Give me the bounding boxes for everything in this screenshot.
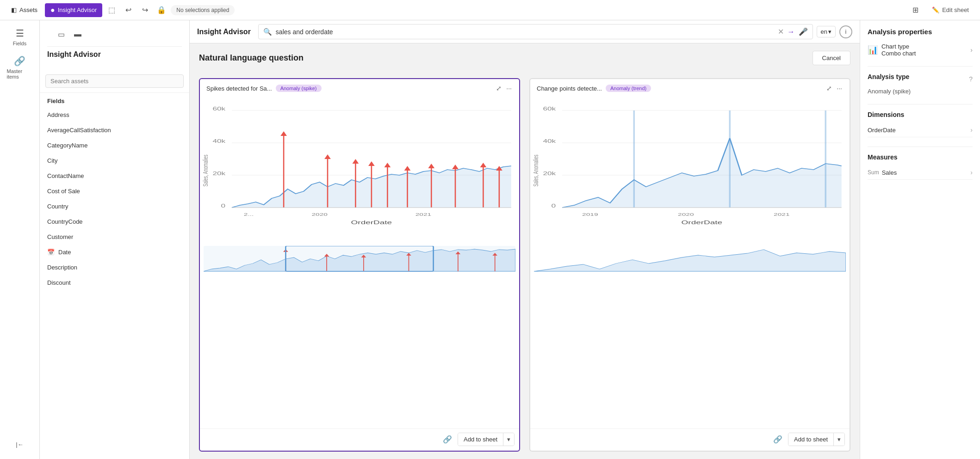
measure-arrow-icon[interactable]: ›: [970, 169, 973, 176]
search-assets-input[interactable]: [45, 74, 184, 88]
app-header: Insight Advisor 🔍 ✕ → 🎤 en ▾ i: [190, 20, 860, 43]
field-item-contactname[interactable]: ContactName: [40, 168, 189, 184]
svg-marker-26: [428, 164, 434, 168]
icon-sidebar: ☰ Fields 🔗 Master items |←: [0, 20, 40, 459]
add-to-sheet-btn-1[interactable]: Add to sheet ▾: [458, 433, 515, 446]
field-item-countrycode[interactable]: CountryCode: [40, 214, 189, 229]
field-item-date[interactable]: 📅Date: [40, 245, 189, 260]
grid-icon[interactable]: ⊞: [908, 3, 923, 18]
help-icon[interactable]: ?: [969, 75, 973, 83]
chart-2-body: 60k 40k 20k 0 Sales, Anomalies 2019 2020…: [530, 93, 850, 428]
edit-sheet-label: Edit sheet: [942, 6, 969, 13]
svg-marker-68: [534, 250, 846, 271]
field-item-cost-of-sale[interactable]: Cost of Sale: [40, 184, 189, 199]
left-panel-title: Insight Advisor: [47, 50, 182, 59]
add-to-sheet-btn-2[interactable]: Add to sheet ▾: [788, 433, 845, 446]
field-item-address[interactable]: Address: [40, 107, 189, 122]
add-to-sheet-caret-1[interactable]: ▾: [503, 433, 514, 446]
chart-card-2[interactable]: Change points detecte... Anomaly (trend)…: [529, 78, 850, 452]
panel-toggle-2[interactable]: ▬: [71, 28, 84, 41]
chart-1-actions: ⤢ ···: [495, 84, 513, 93]
collapse-sidebar-btn[interactable]: |←: [12, 437, 27, 452]
chart-1-body: 60k 40k 20k 0 Sales, Anomalies 2... 2: [200, 93, 519, 428]
search-arrow-icon[interactable]: →: [788, 28, 795, 36]
sidebar-item-fields[interactable]: ☰ Fields: [1, 24, 38, 50]
field-item-customer[interactable]: Customer: [40, 229, 189, 245]
panel-toggle-1[interactable]: ▭: [55, 28, 68, 41]
rp-divider-2: [868, 104, 973, 104]
chart-type-chevron-icon[interactable]: ›: [970, 46, 973, 54]
field-label: Customer: [47, 233, 73, 240]
chart-card-1[interactable]: Spikes detected for Sa... Anomaly (spike…: [199, 78, 520, 452]
sidebar-item-master-items[interactable]: 🔗 Master items: [1, 52, 38, 83]
measures-heading: Measures: [868, 153, 973, 161]
add-to-sheet-caret-2[interactable]: ▾: [834, 433, 844, 446]
clear-search-icon[interactable]: ✕: [778, 27, 784, 36]
svg-text:40k: 40k: [212, 139, 226, 144]
chart-2-actions: ⤢ ···: [825, 84, 843, 93]
forward-btn[interactable]: ↪: [137, 3, 152, 18]
rp-chart-type-header: 📊 Chart type Combo chart ›: [868, 43, 973, 57]
more-options-2-icon[interactable]: ···: [836, 84, 843, 93]
add-to-sheet-label-1[interactable]: Add to sheet: [458, 433, 503, 446]
link-icon[interactable]: 🔗: [441, 433, 454, 446]
rp-dimension-row: OrderDate ›: [868, 123, 973, 137]
svg-marker-18: [352, 159, 359, 164]
expand-2-icon[interactable]: ⤢: [825, 84, 833, 93]
field-item-discount[interactable]: Discount: [40, 275, 189, 290]
main-layout: ☰ Fields 🔗 Master items |← ▭ ▬ Insight A…: [0, 20, 980, 459]
svg-text:Sales, Anomalies: Sales, Anomalies: [202, 155, 210, 187]
field-item-categoryname[interactable]: CategoryName: [40, 138, 189, 153]
svg-text:2...: 2...: [244, 212, 254, 217]
master-items-icon: 🔗: [14, 55, 25, 67]
info-btn[interactable]: i: [839, 25, 852, 38]
back-btn[interactable]: ↩: [121, 3, 136, 18]
expand-icon[interactable]: ⤢: [495, 84, 502, 93]
add-to-sheet-label-2[interactable]: Add to sheet: [788, 433, 834, 446]
svg-marker-28: [452, 165, 459, 169]
assets-icon: ◧: [11, 6, 17, 13]
search-input[interactable]: [276, 28, 774, 36]
lock-btn[interactable]: 🔒: [154, 3, 169, 18]
content-header: Natural language question Cancel: [190, 43, 860, 71]
link-2-icon[interactable]: 🔗: [771, 433, 784, 446]
selection-mode-btn[interactable]: ⬚: [104, 3, 119, 18]
field-label: Discount: [47, 279, 71, 286]
nav-insight-advisor[interactable]: ● Insight Advisor: [45, 3, 102, 17]
chart-card-2-header: Change points detecte... Anomaly (trend)…: [530, 79, 850, 93]
nav-assets[interactable]: ◧ Assets: [6, 4, 43, 16]
dimension-arrow-icon[interactable]: ›: [970, 126, 973, 134]
field-item-description[interactable]: Description: [40, 260, 189, 275]
svg-marker-62: [562, 138, 842, 208]
right-panel-title: Analysis properties: [868, 28, 973, 36]
svg-text:Sales, Anomalies: Sales, Anomalies: [532, 155, 540, 187]
no-selections-label: No selections applied: [176, 7, 229, 13]
field-item-city[interactable]: City: [40, 153, 189, 168]
edit-sheet-btn[interactable]: ✏️ Edit sheet: [926, 4, 974, 16]
field-item-country[interactable]: Country: [40, 199, 189, 214]
chart-1-footer: 🔗 Add to sheet ▾: [200, 428, 519, 451]
chart-type-label: Chart type: [881, 43, 967, 50]
microphone-icon[interactable]: 🎤: [799, 27, 808, 36]
fields-list: AddressAverageCallSatisfactionCategoryNa…: [40, 107, 189, 459]
language-selector[interactable]: en ▾: [817, 26, 836, 37]
more-options-icon[interactable]: ···: [505, 84, 513, 93]
cancel-button[interactable]: Cancel: [813, 51, 850, 65]
dimensions-heading: Dimensions: [868, 111, 973, 118]
field-item-averagecallsatisfaction[interactable]: AverageCallSatisfaction: [40, 122, 189, 138]
insight-advisor-icon: ●: [50, 6, 55, 14]
charts-grid: Spikes detected for Sa... Anomaly (spike…: [190, 71, 860, 459]
rp-divider-3: [868, 147, 973, 147]
svg-text:60k: 60k: [543, 106, 556, 111]
chart-type-value: Combo chart: [881, 50, 967, 57]
chart-1-badge: Anomaly (spike): [276, 85, 322, 92]
search-assets-wrapper: [40, 70, 189, 93]
field-label: CategoryName: [47, 142, 87, 149]
svg-text:40k: 40k: [543, 139, 556, 144]
svg-marker-20: [368, 161, 375, 166]
field-label: ContactName: [47, 172, 84, 179]
svg-text:OrderDate: OrderDate: [682, 220, 723, 225]
nav-insight-advisor-label: Insight Advisor: [58, 6, 97, 13]
field-label: Address: [47, 111, 69, 118]
chart-2-svg: 60k 40k 20k 0 Sales, Anomalies 2019 2020…: [530, 97, 850, 245]
